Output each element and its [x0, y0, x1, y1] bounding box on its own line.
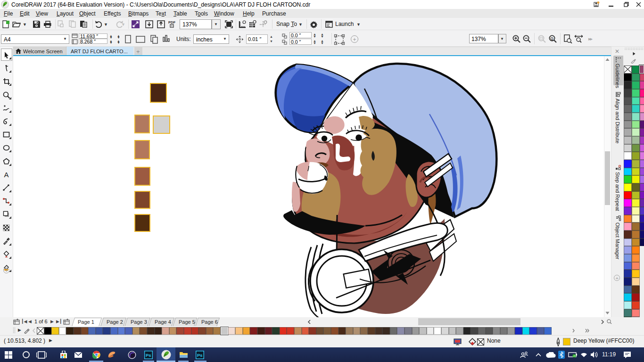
svg-text:Q: Q [551, 36, 553, 41]
svg-text:A: A [4, 171, 9, 179]
svg-text:Ps: Ps [197, 353, 203, 358]
svg-text:Ps: Ps [146, 353, 151, 358]
svg-text:PDF: PDF [168, 20, 175, 25]
